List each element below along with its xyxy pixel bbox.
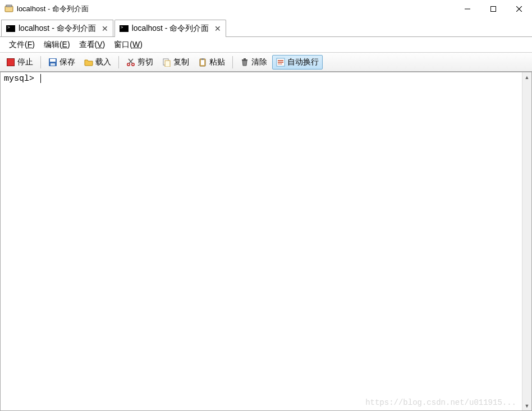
separator <box>40 56 41 68</box>
cut-button[interactable]: 剪切 <box>122 55 157 70</box>
svg-line-12 <box>129 59 132 63</box>
separator <box>118 56 119 68</box>
scroll-up-arrow[interactable]: ▲ <box>522 72 531 82</box>
minimize-button[interactable] <box>455 0 480 18</box>
separator <box>232 56 233 68</box>
stop-button[interactable]: 停止 <box>2 55 37 70</box>
menu-view[interactable]: 查看(V) <box>75 38 110 52</box>
tabbar: localhost - 命令列介面 ✕ localhost - 命令列介面 ✕ <box>0 18 532 37</box>
menu-edit[interactable]: 编辑(E) <box>39 38 75 52</box>
text-cursor <box>40 74 41 83</box>
tab-0[interactable]: localhost - 命令列介面 ✕ <box>1 20 113 36</box>
clear-button[interactable]: 清除 <box>236 55 271 70</box>
menu-window[interactable]: 窗口(W) <box>109 38 147 52</box>
scroll-track[interactable] <box>522 82 531 401</box>
copy-icon <box>162 58 171 67</box>
svg-rect-14 <box>165 61 170 67</box>
svg-rect-17 <box>201 58 204 60</box>
tab-1[interactable]: localhost - 命令列介面 ✕ <box>114 20 227 37</box>
terminal-icon <box>120 25 129 32</box>
wrap-icon <box>276 58 285 67</box>
svg-rect-19 <box>244 58 246 59</box>
vertical-scrollbar[interactable]: ▲ ▼ <box>522 72 531 410</box>
window-controls <box>455 0 532 18</box>
terminal-icon <box>6 25 15 32</box>
svg-rect-16 <box>201 60 204 65</box>
menubar: 文件(F) 编辑(E) 查看(V) 窗口(W) <box>0 37 532 53</box>
clipboard-icon <box>198 58 207 67</box>
content-area: mysql> https://blog.csdn.net/u011915... … <box>0 72 532 411</box>
titlebar: localhost - 命令列介面 <box>0 0 532 18</box>
svg-rect-3 <box>491 7 496 12</box>
terminal-output[interactable]: mysql> https://blog.csdn.net/u011915... <box>1 72 522 410</box>
svg-rect-8 <box>51 63 55 66</box>
svg-rect-18 <box>242 59 247 61</box>
svg-rect-1 <box>6 5 12 7</box>
trash-icon <box>240 58 249 67</box>
stop-icon <box>6 58 15 67</box>
svg-rect-7 <box>50 59 56 62</box>
close-button[interactable] <box>506 0 532 18</box>
scissors-icon <box>126 58 135 67</box>
wrap-button[interactable]: 自动换行 <box>272 55 323 70</box>
app-icon <box>4 4 13 13</box>
tab-close-button[interactable]: ✕ <box>213 24 222 33</box>
terminal-prompt: mysql> <box>4 74 39 84</box>
tab-label: localhost - 命令列介面 <box>132 24 209 34</box>
save-icon <box>48 58 57 67</box>
svg-line-11 <box>129 59 133 63</box>
watermark-text: https://blog.csdn.net/u011915... <box>365 398 516 407</box>
load-button[interactable]: 载入 <box>80 55 115 70</box>
window-title: localhost - 命令列介面 <box>17 4 455 14</box>
paste-button[interactable]: 粘贴 <box>194 55 229 70</box>
toolbar: 停止 保存 载入 剪切 复制 粘贴 清除 自动换行 <box>0 53 532 72</box>
copy-button[interactable]: 复制 <box>158 55 193 70</box>
tab-close-button[interactable]: ✕ <box>100 24 109 33</box>
folder-open-icon <box>84 58 93 67</box>
maximize-button[interactable] <box>480 0 506 18</box>
save-button[interactable]: 保存 <box>44 55 79 70</box>
menu-file[interactable]: 文件(F) <box>4 38 39 52</box>
tab-label: localhost - 命令列介面 <box>19 24 96 34</box>
scroll-down-arrow[interactable]: ▼ <box>522 401 531 410</box>
